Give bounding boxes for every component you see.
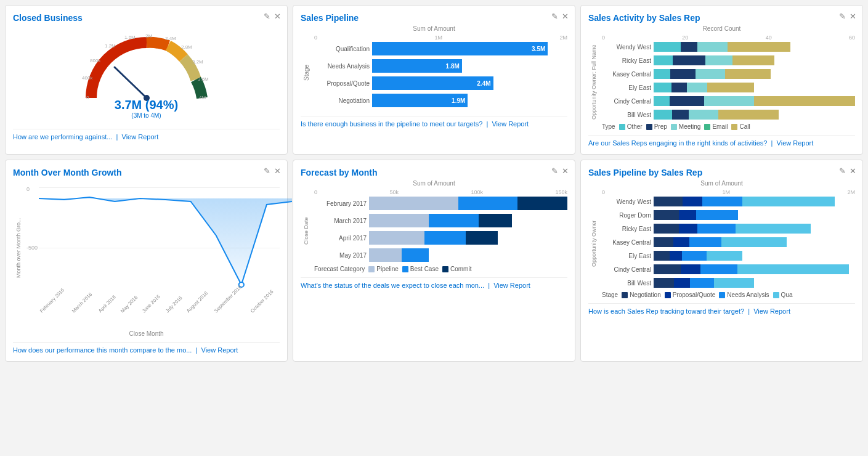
forecast-question[interactable]: What's the status of the deals we expect… (301, 282, 484, 289)
bar-label: Ricky East (602, 57, 651, 64)
segment (654, 69, 670, 79)
segment (718, 110, 778, 120)
edit-icon[interactable]: ✎ (264, 12, 270, 21)
segment (689, 237, 721, 247)
forecast-y-label: Close Date (301, 189, 312, 272)
segment (679, 210, 696, 220)
segment (689, 110, 719, 120)
card-actions[interactable]: ✎ ✕ (551, 12, 569, 21)
stacked-bar (654, 264, 849, 274)
segment (754, 96, 855, 106)
close-icon[interactable]: ✕ (562, 166, 569, 176)
stacked-bar (654, 224, 811, 234)
line-chart-svg (39, 180, 292, 297)
close-icon[interactable]: ✕ (274, 166, 281, 176)
pipeline-view-report[interactable]: View Report (492, 120, 529, 128)
card-actions[interactable]: ✎ ✕ (839, 166, 856, 176)
segment (707, 83, 755, 92)
pipeline-rep-question[interactable]: How is each Sales Rep tracking toward th… (588, 307, 744, 315)
close-icon[interactable]: ✕ (850, 12, 856, 21)
activity-question[interactable]: Are our Sales Reps engaging in the right… (588, 139, 767, 147)
bar-row: Ricky East (602, 224, 855, 234)
close-icon[interactable]: ✕ (274, 12, 281, 21)
segment (670, 69, 696, 79)
segment (681, 264, 700, 274)
segment (517, 197, 567, 210)
segment (654, 83, 671, 92)
pipeline-question[interactable]: Is there enough business in the pipeline… (301, 120, 482, 128)
segment (705, 55, 732, 65)
pipeline-rep-view-report[interactable]: View Report (753, 307, 790, 315)
stacked-bar (654, 197, 835, 206)
bar-track (654, 264, 855, 274)
segment (369, 248, 402, 262)
segment (714, 278, 754, 288)
closed-business-title: Closed Business (13, 13, 280, 23)
segment (654, 264, 681, 274)
segment (479, 214, 511, 227)
pipeline-rep-legend: Stage Negotiation Proposal/Quote Needs A… (602, 291, 855, 298)
legend-color (731, 124, 737, 130)
segment (466, 231, 498, 245)
legend-label: Needs Analysis (727, 291, 769, 298)
x-axis-labels: February 2016 March 2016 April 2016 May … (39, 305, 280, 316)
close-icon[interactable]: ✕ (850, 166, 856, 176)
stacked-bar (654, 237, 787, 247)
pipeline-rep-x-ticks: 0 1M 2M (602, 189, 855, 195)
bar-label: Negotiation (314, 97, 370, 104)
closed-business-question[interactable]: How are we performing against... (13, 133, 112, 140)
pipeline-rep-card: Sales Pipeline by Sales Rep ✎ ✕ Sum of A… (580, 160, 863, 362)
segment (737, 264, 849, 274)
card-actions[interactable]: ✎ ✕ (264, 12, 281, 21)
edit-icon[interactable]: ✎ (551, 12, 558, 21)
bar-label: Qualification (314, 46, 370, 52)
bar-track (654, 237, 855, 247)
pipeline-bars: 0 1M 2M Qualification 3.5M Needs Analysi… (314, 35, 567, 111)
bar-row: Wendy West (602, 42, 855, 52)
bar-row: Proposal/Quote 2.4M (314, 76, 567, 90)
forecast-bars: 0 50k 100k 150k February 2017 (314, 189, 567, 272)
stacked-bar (369, 197, 567, 210)
stacked-bar (654, 210, 738, 220)
edit-icon[interactable]: ✎ (839, 166, 846, 176)
x-label: April 2016 (97, 295, 117, 314)
bar-track (654, 110, 855, 120)
segment (725, 69, 771, 79)
legend-type-label: Type (602, 123, 615, 130)
growth-question[interactable]: How does our performance this month comp… (13, 346, 192, 354)
activity-view-report[interactable]: View Report (777, 139, 814, 147)
forecast-title: Forecast by Month (301, 168, 567, 177)
activity-x-ticks: 0 20 40 60 (602, 35, 855, 41)
bar-track (369, 214, 567, 227)
forecast-view-report[interactable]: View Report (493, 282, 530, 289)
edit-icon[interactable]: ✎ (264, 166, 270, 176)
card-actions[interactable]: ✎ ✕ (839, 12, 856, 21)
growth-view-report[interactable]: View Report (201, 346, 238, 354)
segment (654, 110, 672, 120)
bar-label: Bill West (602, 280, 651, 287)
pipeline-chart-wrap: Stage 0 1M 2M Qualification 3.5M Needs A… (301, 35, 567, 111)
legend-item-call: Call (731, 123, 750, 130)
forecast-legend: Forecast Category Pipeline Best Case Com… (314, 266, 567, 272)
activity-y-label: Opportunity Owner: Full Name (588, 35, 599, 130)
bar-label: April 2017 (314, 235, 367, 242)
edit-icon[interactable]: ✎ (839, 12, 846, 21)
card-actions[interactable]: ✎ ✕ (264, 166, 281, 176)
forecast-month-card: Forecast by Month ✎ ✕ Sum of Amount Clos… (293, 160, 575, 362)
svg-text:2.4M: 2.4M (165, 36, 176, 41)
growth-footer: How does our performance this month comp… (13, 342, 280, 354)
close-icon[interactable]: ✕ (562, 12, 569, 21)
bar-track: 1.9M (372, 94, 567, 107)
edit-icon[interactable]: ✎ (551, 166, 558, 176)
bar-label: March 2017 (314, 218, 367, 224)
bar-label: Kasey Central (602, 71, 651, 78)
bar-track (654, 96, 855, 106)
closed-business-view-report[interactable]: View Report (122, 133, 159, 140)
stacked-bar (369, 214, 512, 227)
legend-item-proposal: Proposal/Quote (665, 291, 716, 298)
sales-pipeline-card: Sales Pipeline ✎ ✕ Sum of Amount Stage 0… (293, 5, 575, 155)
forecast-axis-label: Sum of Amount (301, 180, 567, 187)
card-actions[interactable]: ✎ ✕ (551, 166, 569, 176)
svg-text:1.2M: 1.2M (105, 43, 116, 49)
segment (369, 231, 424, 245)
